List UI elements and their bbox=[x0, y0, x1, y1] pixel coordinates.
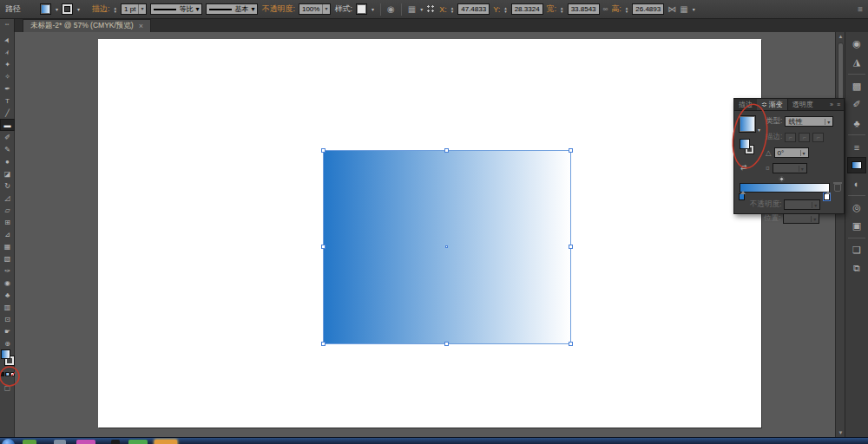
tool-type[interactable]: T bbox=[0, 95, 15, 107]
tool-hand[interactable]: ☛ bbox=[0, 325, 15, 337]
panel-menu-icon[interactable]: ≡ bbox=[837, 101, 840, 108]
drawing-mode-icon[interactable]: ▢ bbox=[0, 384, 15, 392]
tool-blend[interactable]: ◉ bbox=[0, 277, 15, 289]
collapse-panel-icon[interactable]: » bbox=[830, 101, 833, 108]
height-label[interactable]: 高: bbox=[611, 3, 621, 15]
panel-fill-stroke-widget[interactable] bbox=[740, 139, 759, 158]
panel-fill-swatch[interactable] bbox=[740, 139, 750, 149]
symbols-panel-icon[interactable]: ♣ bbox=[847, 114, 866, 131]
width-field[interactable]: 33.8543 bbox=[568, 3, 600, 15]
selected-rectangle[interactable] bbox=[323, 150, 571, 344]
taskbar-item-app-active[interactable] bbox=[155, 440, 177, 444]
tool-column-graph[interactable]: ▥ bbox=[0, 301, 15, 313]
constrain-proportions-icon[interactable]: ∞ bbox=[603, 5, 608, 13]
handle-n[interactable] bbox=[444, 148, 449, 153]
tool-scale[interactable]: ◿ bbox=[0, 192, 15, 204]
toolbox-dock-header[interactable]: ▪▪ bbox=[0, 19, 15, 32]
tool-pencil[interactable]: ✎ bbox=[0, 143, 15, 155]
fill-color-swatch[interactable] bbox=[40, 3, 51, 15]
handle-e[interactable] bbox=[569, 245, 573, 249]
stroke-dropdown-icon[interactable]: ▾ bbox=[77, 6, 80, 12]
tool-rectangle[interactable]: ▬ bbox=[0, 119, 15, 131]
taskbar-item-app-5[interactable] bbox=[128, 440, 148, 444]
handle-sw[interactable] bbox=[321, 342, 326, 346]
brush-definition-dropdown[interactable]: 基本 ▾ bbox=[206, 3, 258, 15]
start-button[interactable] bbox=[2, 439, 15, 444]
canvas[interactable] bbox=[15, 32, 835, 437]
x-field[interactable]: 47.4833 bbox=[457, 3, 490, 15]
handle-s[interactable] bbox=[444, 342, 449, 346]
stroke-panel-icon[interactable]: ≡ bbox=[847, 139, 866, 155]
toolbox-fill-swatch[interactable] bbox=[1, 349, 10, 359]
gradient-thumbnail[interactable] bbox=[739, 115, 756, 133]
tab-stroke[interactable]: 描边 bbox=[734, 99, 757, 110]
fill-stroke-widget[interactable] bbox=[1, 349, 15, 369]
align-grid-icon[interactable]: ▦ bbox=[408, 4, 416, 14]
color-mode-button[interactable] bbox=[0, 372, 4, 376]
brushes-panel-icon[interactable]: ✐ bbox=[847, 96, 866, 113]
fill-dropdown-icon[interactable]: ▾ bbox=[56, 6, 58, 12]
y-label[interactable]: Y: bbox=[493, 5, 500, 14]
tool-pen[interactable]: ✒ bbox=[0, 82, 15, 95]
transform-icon[interactable]: ⋈ bbox=[667, 4, 676, 14]
handle-ne[interactable] bbox=[569, 148, 573, 153]
tab-transparency[interactable]: 透明度 bbox=[788, 99, 818, 110]
tool-gradient[interactable]: ▧ bbox=[0, 252, 15, 264]
artboard[interactable] bbox=[98, 39, 761, 428]
handle-se[interactable] bbox=[569, 342, 573, 346]
type-dropdown[interactable]: 线性 ▾ bbox=[785, 116, 833, 127]
height-field[interactable]: 26.4893 bbox=[632, 3, 664, 15]
taskbar-item-app-3[interactable] bbox=[76, 440, 95, 444]
layers-panel-icon[interactable]: ❏ bbox=[847, 242, 866, 258]
width-stepper[interactable]: ▴▾ bbox=[561, 6, 563, 13]
style-swatch[interactable] bbox=[356, 3, 367, 15]
opacity-field[interactable]: 100% ▾ bbox=[299, 3, 331, 15]
tool-selection[interactable]: ➤ bbox=[0, 34, 15, 46]
gradient-panel-icon[interactable] bbox=[847, 157, 866, 173]
close-document-icon[interactable]: × bbox=[139, 22, 143, 30]
gradient-midpoint-handle[interactable] bbox=[779, 176, 785, 182]
gradient-stop-start[interactable] bbox=[739, 193, 745, 200]
width-label[interactable]: 宽: bbox=[547, 3, 557, 15]
stroke-weight-dropdown-icon[interactable]: ▾ bbox=[138, 4, 143, 14]
handle-w[interactable] bbox=[321, 245, 326, 249]
reference-point-icon[interactable] bbox=[426, 4, 436, 14]
control-panel-menu-icon[interactable]: ≡ bbox=[858, 4, 863, 14]
graphic-styles-panel-icon[interactable]: ▣ bbox=[847, 218, 866, 234]
tool-zoom[interactable]: ⊕ bbox=[0, 337, 15, 349]
tool-free-transform[interactable]: ▱ bbox=[0, 204, 15, 216]
angle-dropdown[interactable]: 0° ▾ bbox=[774, 147, 809, 158]
tool-symbol-sprayer[interactable]: ♣ bbox=[0, 289, 15, 301]
y-stepper[interactable]: ▴▾ bbox=[504, 6, 507, 13]
gradient-within-stroke-button[interactable]: ⌐ bbox=[785, 133, 796, 142]
tool-shape-builder[interactable]: ⊞ bbox=[0, 216, 15, 228]
tool-blob-brush[interactable]: ● bbox=[0, 155, 15, 167]
tool-lasso[interactable]: ✧ bbox=[0, 70, 15, 82]
x-label[interactable]: X: bbox=[439, 5, 447, 14]
gradient-stop-end[interactable] bbox=[824, 193, 830, 200]
tool-eraser[interactable]: ◪ bbox=[0, 167, 15, 180]
x-stepper[interactable]: ▴▾ bbox=[451, 6, 454, 13]
artboards-panel-icon[interactable]: ⧉ bbox=[847, 260, 866, 277]
stroke-weight-label[interactable]: 描边: bbox=[92, 3, 110, 15]
tool-line-segment[interactable]: ╱ bbox=[0, 107, 15, 119]
tool-perspective-grid[interactable]: ⊿ bbox=[0, 228, 15, 240]
transparency-panel-icon[interactable]: ◐ bbox=[847, 175, 866, 192]
recolor-artwork-icon[interactable]: ◉ bbox=[387, 4, 395, 14]
y-field[interactable]: 28.3324 bbox=[511, 3, 543, 15]
stroke-weight-field[interactable]: 1 pt ▾ bbox=[121, 3, 147, 15]
opacity-label[interactable]: 不透明度: bbox=[261, 3, 295, 15]
tool-paintbrush[interactable]: ✐ bbox=[0, 131, 15, 143]
tool-magic-wand[interactable]: ✦ bbox=[0, 58, 15, 70]
height-stepper[interactable]: ▴▾ bbox=[626, 6, 628, 13]
swatches-panel-icon[interactable]: ▩ bbox=[847, 78, 866, 95]
gradient-along-stroke-button[interactable]: ⌐ bbox=[799, 133, 810, 142]
tool-rotate[interactable]: ↻ bbox=[0, 180, 15, 192]
tool-artboard[interactable]: ⊡ bbox=[0, 313, 15, 325]
taskbar-item-app-2[interactable] bbox=[54, 440, 66, 444]
taskbar-item-app-4[interactable] bbox=[111, 440, 120, 444]
stroke-color-swatch[interactable] bbox=[62, 3, 73, 15]
windows-taskbar[interactable] bbox=[0, 437, 868, 444]
width-profile-dropdown[interactable]: 等比 ▾ bbox=[150, 3, 202, 15]
style-dropdown-icon[interactable]: ▾ bbox=[372, 6, 374, 12]
